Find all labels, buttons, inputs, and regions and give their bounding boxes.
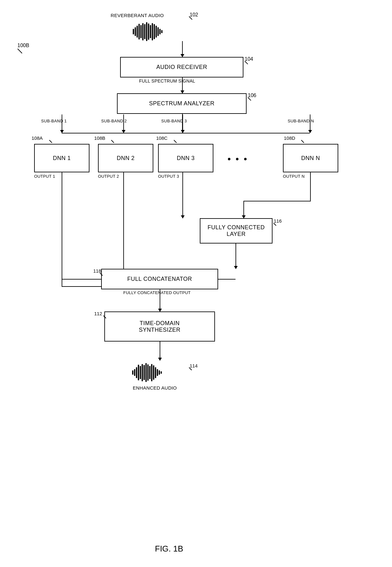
ref-108B: 108B <box>94 135 105 141</box>
sub-band3-label: SUB-BAND 3 <box>161 119 187 123</box>
arrow-dnnN <box>310 114 310 133</box>
ref-108D: 108D <box>284 135 295 141</box>
output3-label: OUTPUT 3 <box>158 174 179 179</box>
output1-label: OUTPUT 1 <box>34 174 55 179</box>
outputN-line-v <box>310 172 311 201</box>
arrow-to-spectrum-analyzer <box>182 77 183 93</box>
spectrum-analyzer-block: SPECTRUM ANALYZER <box>117 93 247 114</box>
enhanced-audio-label: ENHANCED AUDIO <box>133 385 177 391</box>
outputN-arrow-fcl <box>243 201 244 218</box>
output2-label: OUTPUT 2 <box>98 174 119 179</box>
output1-h-to-concat <box>62 279 101 280</box>
fcl-h-to-concat <box>217 279 236 280</box>
dnn3-block: DNN 3 <box>158 144 213 172</box>
reverberant-audio-waveform <box>133 22 162 41</box>
concat-to-synth-arrow <box>160 289 160 311</box>
ref-100B: 100B <box>17 43 29 48</box>
ref-112: 112 <box>94 311 102 316</box>
fcl-to-concat-arrow <box>236 243 236 269</box>
ref-108C: 108C <box>156 135 168 141</box>
arrow-dnn1 <box>62 114 62 133</box>
fully-connected-block: FULLY CONNECTED LAYER <box>200 218 273 243</box>
full-spectrum-label: FULL SPECTRUM SIGNAL <box>139 78 195 83</box>
ref-102: 102 <box>190 12 198 18</box>
spectrum-h-line <box>62 133 310 133</box>
fully-concatenated-label: FULLY CONCATENATED OUTPUT <box>123 290 191 295</box>
ref-108A: 108A <box>32 135 43 141</box>
enhanced-audio-waveform <box>132 363 162 382</box>
arrow-dnn2 <box>123 114 124 133</box>
dnn1-block: DNN 1 <box>34 144 89 172</box>
ref-114: 114 <box>190 363 198 368</box>
outputN-line-h <box>243 201 311 201</box>
diagram-container: 100B REVERBERANT AUDIO 102 AUDIO RECEIVE… <box>0 0 392 567</box>
ref-106: 106 <box>248 93 256 98</box>
ref-104: 104 <box>245 56 253 62</box>
output1-line <box>62 172 62 286</box>
audio-receiver-block: AUDIO RECEIVER <box>120 57 243 77</box>
sub-band1-label: SUB-BAND 1 <box>41 119 67 123</box>
sub-band2-label: SUB-BAND 2 <box>101 119 127 123</box>
arrow-to-audio-receiver <box>182 41 183 57</box>
dnnN-block: DNN N <box>283 144 338 172</box>
full-concatenator-block: FULL CONCATENATOR <box>101 269 218 289</box>
dnn2-block: DNN 2 <box>98 144 153 172</box>
ellipsis-dots: • • • <box>228 154 248 164</box>
reverberant-audio-label: REVERBERANT AUDIO <box>111 13 164 18</box>
figure-label: FIG. 1B <box>155 544 183 554</box>
outputN-label: OUTPUT N <box>283 174 305 179</box>
time-domain-block: TIME-DOMAIN SYNTHESIZER <box>104 311 215 342</box>
ref-116: 116 <box>274 218 282 224</box>
sub-bandN-label: SUB-BAND N <box>288 119 314 123</box>
arrow-dnn3 <box>182 114 183 133</box>
output3-arrow <box>182 172 183 218</box>
synth-to-enhanced-arrow <box>160 342 160 361</box>
